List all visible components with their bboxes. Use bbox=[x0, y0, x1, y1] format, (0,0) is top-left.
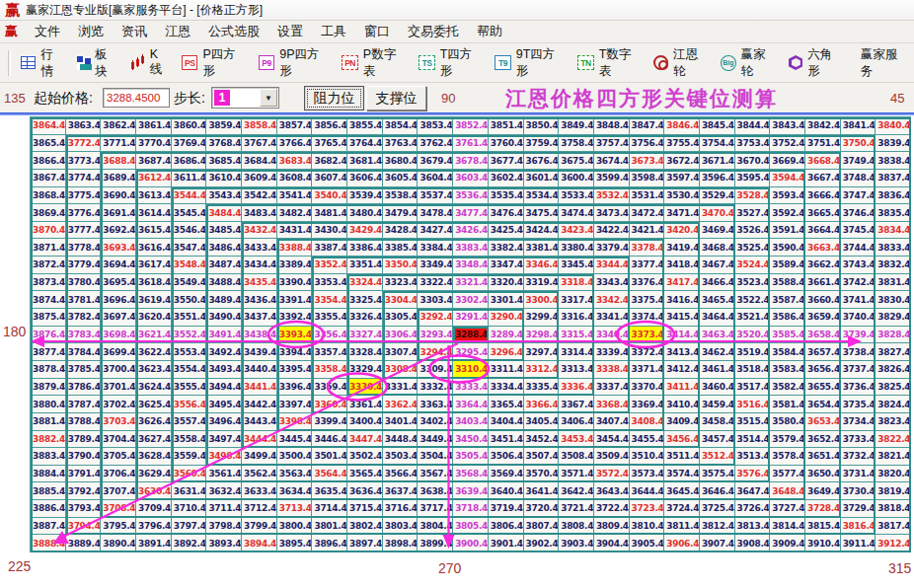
grid-cell: 3853.45 bbox=[418, 117, 453, 135]
toolbar-item-winner-service[interactable]: 赢家服务 bbox=[850, 43, 914, 83]
toolbar-item-p-number-table[interactable]: PNP数字表 bbox=[336, 43, 413, 83]
grid-cell: 3476.45 bbox=[489, 204, 524, 222]
grid-cell: 3684.45 bbox=[242, 152, 277, 170]
menu-logo-icon: 赢 bbox=[5, 23, 18, 40]
grid-cell: 3770.45 bbox=[136, 135, 172, 153]
grid-cell: 3389.45 bbox=[277, 257, 313, 274]
badge-t9: T9 bbox=[495, 55, 511, 70]
grid-cell: 3900.45 bbox=[453, 535, 489, 552]
grid-cell: 3854.45 bbox=[383, 117, 419, 135]
grid-cell: 3750.45 bbox=[841, 135, 876, 153]
toolbar-item-t-square[interactable]: TST四方形 bbox=[413, 43, 489, 83]
grid-cell: 3513.45 bbox=[735, 448, 771, 466]
toolbar-item-9t-square[interactable]: T99T四方形 bbox=[489, 43, 571, 83]
grid-cell: 3314.45 bbox=[559, 343, 594, 361]
toolbar-item-hexagon[interactable]: 六角形 bbox=[783, 43, 850, 83]
grid-cell: 3322.45 bbox=[418, 274, 453, 292]
grid-cell: 3489.45 bbox=[206, 291, 242, 309]
grid-cell: 3815.45 bbox=[805, 518, 841, 536]
grid-cell: 3658.45 bbox=[805, 327, 841, 344]
toolbar-item-label: T数字表 bbox=[599, 46, 643, 80]
toolbar-item-sectors[interactable]: 板块 bbox=[71, 43, 125, 83]
menu-文件[interactable]: 文件 bbox=[26, 21, 69, 42]
grid-cell: 3666.45 bbox=[805, 187, 841, 205]
grid-cell: 3431.45 bbox=[277, 222, 313, 240]
grid-cell: 3749.45 bbox=[841, 152, 876, 170]
grid-cell: 3856.45 bbox=[312, 117, 347, 135]
grid-cell: 3813.45 bbox=[735, 518, 771, 536]
grid-cell: 3889.45 bbox=[66, 535, 102, 552]
menu-工具[interactable]: 工具 bbox=[312, 21, 355, 42]
grid-cell: 3665.45 bbox=[805, 204, 841, 222]
menu-窗口[interactable]: 窗口 bbox=[355, 21, 399, 42]
grid-cell: 3785.45 bbox=[66, 361, 102, 379]
title-bar: 赢 赢家江恩专业版[赢家服务平台] - [价格正方形] bbox=[0, 0, 914, 21]
grid-cell: 3483.45 bbox=[242, 204, 277, 222]
toolbar-item-t-number-table[interactable]: TNT数字表 bbox=[571, 43, 647, 83]
grid-cell: 3610.45 bbox=[206, 170, 242, 187]
grid-cell: 3475.45 bbox=[524, 204, 560, 222]
grid-cell: 3764.45 bbox=[347, 135, 383, 153]
toolbar-item-quotes[interactable]: 行情 bbox=[15, 43, 71, 83]
grid-cell: 3522.45 bbox=[735, 291, 771, 309]
grid-cell: 3306.45 bbox=[383, 327, 419, 344]
toolbar-item-p-square[interactable]: PSP四方形 bbox=[176, 43, 253, 83]
start-price-input[interactable] bbox=[103, 88, 170, 108]
grid-cell: 3572.45 bbox=[594, 466, 630, 483]
grid-cell: 3618.45 bbox=[136, 274, 172, 292]
step-combobox[interactable]: 1 ▼ bbox=[211, 87, 279, 109]
grid-cell: 3323.45 bbox=[383, 274, 419, 292]
grid-cell: 3873.45 bbox=[31, 274, 66, 292]
menu-浏览[interactable]: 浏览 bbox=[69, 21, 113, 42]
grid-cell: 3795.45 bbox=[101, 518, 136, 536]
toolbar-item-gann-wheel[interactable]: 江恩轮 bbox=[647, 43, 715, 83]
grid-cell: 3598.45 bbox=[630, 170, 665, 187]
grid-cell: 3783.45 bbox=[66, 327, 102, 344]
menu-资讯[interactable]: 资讯 bbox=[113, 21, 156, 42]
grid-cell: 3332.45 bbox=[418, 379, 453, 397]
control-bar: 135 起始价格: 步长: 1 ▼ 阻力位 支撑位 90 江恩价格四方形关键位测… bbox=[0, 83, 914, 112]
grid-cell: 3542.45 bbox=[242, 187, 277, 205]
menu-帮助[interactable]: 帮助 bbox=[468, 21, 511, 42]
grid-cell: 3794.45 bbox=[66, 518, 102, 536]
grid-cell: 3530.45 bbox=[664, 187, 700, 205]
toolbar-item-label: 9T四方形 bbox=[516, 46, 566, 80]
grid-cell: 3614.45 bbox=[136, 204, 172, 222]
grid-cell: 3485.45 bbox=[206, 222, 242, 240]
grid-cell: 3528.45 bbox=[735, 187, 771, 205]
toolbar-item-label: 江恩轮 bbox=[673, 46, 709, 80]
grid-cell: 3503.45 bbox=[383, 448, 419, 466]
grid-cell: 3653.45 bbox=[805, 413, 841, 431]
grid-cell: 3381.45 bbox=[524, 239, 560, 257]
chevron-down-icon[interactable]: ▼ bbox=[260, 89, 277, 107]
grid-cell: 3361.45 bbox=[347, 396, 383, 413]
menu-公式选股[interactable]: 公式选股 bbox=[199, 21, 268, 42]
grid-cell: 3912.45 bbox=[876, 535, 911, 552]
grid-cell: 3860.45 bbox=[172, 117, 207, 135]
menu-江恩[interactable]: 江恩 bbox=[156, 21, 199, 42]
toolbar-item-winner-wheel[interactable]: Big赢家轮 bbox=[715, 43, 783, 83]
badge-ts: TS bbox=[419, 55, 435, 70]
grid-cell: 3350.45 bbox=[383, 257, 419, 274]
toolbar-item-9p-square[interactable]: P99P四方形 bbox=[253, 43, 337, 83]
grid-cell: 3735.45 bbox=[841, 396, 876, 413]
grid-cell: 3726.45 bbox=[735, 500, 771, 518]
menu-交易委托[interactable]: 交易委托 bbox=[399, 21, 468, 42]
grid-cell: 3558.45 bbox=[172, 431, 207, 449]
grid-cell: 3718.45 bbox=[453, 500, 489, 518]
angle-label-315: 315 bbox=[888, 560, 911, 576]
grid-cell: 3747.45 bbox=[841, 187, 876, 205]
grid-cell: 3788.45 bbox=[66, 413, 102, 431]
support-button[interactable]: 支撑位 bbox=[366, 86, 426, 110]
grid-cell: 3833.45 bbox=[876, 239, 911, 257]
grid-cell: 3767.45 bbox=[242, 135, 277, 153]
menu-设置[interactable]: 设置 bbox=[268, 21, 312, 42]
grid-cell: 3565.45 bbox=[347, 466, 383, 483]
grid-cell: 3680.45 bbox=[383, 152, 419, 170]
grid-cell: 3662.45 bbox=[805, 257, 841, 274]
grid-cell: 3819.45 bbox=[876, 482, 911, 500]
toolbar-item-kline[interactable]: K线 bbox=[124, 44, 176, 81]
grid-cell: 3357.45 bbox=[312, 343, 347, 361]
grid-cell: 3716.45 bbox=[383, 500, 419, 518]
resistance-button[interactable]: 阻力位 bbox=[304, 86, 364, 110]
